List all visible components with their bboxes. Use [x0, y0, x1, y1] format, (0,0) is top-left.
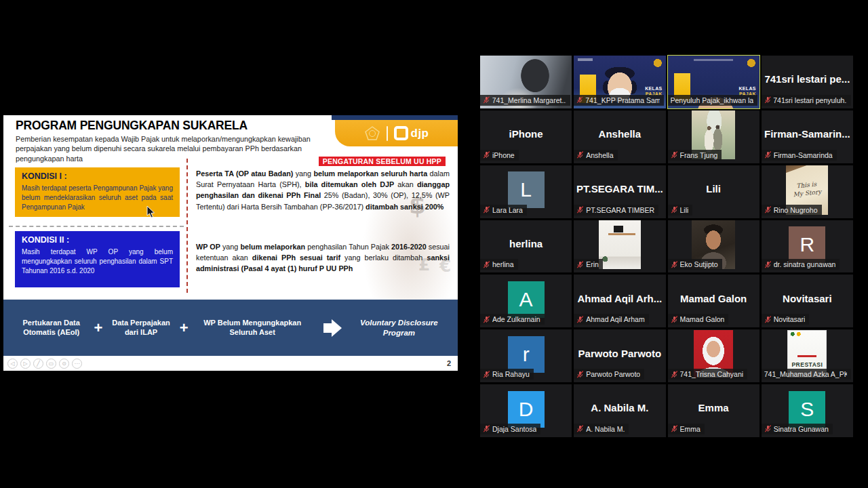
participant-name-label: PT.SEGARA TIMBER — [574, 205, 658, 216]
participant-name: A. Nabila M. — [586, 425, 625, 433]
mic-muted-icon — [483, 371, 490, 378]
participant-name-label: Djaja Santosa — [480, 424, 540, 434]
participant-name-label: Ade Zulkarnain — [480, 314, 545, 325]
participant-name-label: Sinatra Gunawan — [762, 424, 833, 434]
letter-avatar: S — [789, 391, 825, 428]
plus-icon: + — [177, 319, 191, 337]
participant-tile[interactable]: herlinaherlina — [480, 220, 572, 273]
participant-tile[interactable]: NovitasariNovitasari — [762, 274, 853, 327]
participant-tile[interactable]: LLara Lara — [480, 165, 572, 218]
more-options-icon[interactable]: ⋯ — [72, 359, 82, 369]
participant-name: Mamad Galon — [680, 315, 725, 323]
vertical-dashed-divider — [186, 159, 188, 293]
annotate-tool-icon[interactable]: ▭ — [46, 359, 56, 369]
participant-tile[interactable]: SSinatra Gunawan — [762, 384, 853, 437]
participant-name-label: 741sri lestari penyuluh... — [762, 95, 852, 106]
participant-tile[interactable]: Parwoto ParwotoParwoto Parwoto — [574, 329, 665, 382]
participant-center-name: A. Nabila M. — [576, 402, 663, 413]
participant-name: Sinatra Gunawan — [774, 425, 829, 433]
participant-name: Erin — [586, 260, 599, 268]
mic-muted-icon — [576, 206, 584, 214]
kondisi-2-body: Masih terdapat WP OP yang belum mengungk… — [22, 247, 173, 275]
participant-tile[interactable]: LiliLili — [668, 165, 760, 218]
participant-tile[interactable]: Rdr. sinatra gunawan — [762, 220, 853, 273]
letter-avatar: R — [789, 226, 825, 263]
participant-tile[interactable]: AnshellaAnshella — [574, 110, 665, 163]
flow-result: Voluntary Disclosure Program — [349, 318, 450, 338]
participant-tile[interactable]: KELASPAJAKPenyuluh Pajak_ikhwan lat... — [668, 56, 760, 108]
pen-tool-icon[interactable]: ╱ — [33, 359, 43, 369]
participant-name-label: 741_KPP Pratama Sam... — [574, 95, 664, 106]
participant-name-label: Rino Nugroho — [762, 205, 822, 216]
participant-grid: 741_Merlina Margaret...KELASPAJAK741_KPP… — [480, 56, 853, 437]
participant-name: Djaja Santosa — [492, 425, 536, 433]
participant-name-label: Eko Sutjipto — [668, 259, 722, 270]
mic-muted-icon — [764, 96, 772, 104]
participant-name-label: 741_Muhamad Azka A_PK... — [762, 369, 852, 380]
participant-name: herlina — [492, 260, 514, 268]
arrow-right-icon — [323, 319, 342, 337]
participant-tile[interactable]: Firman-Samarin...Firman-Samarinda — [762, 110, 853, 163]
participant-tile[interactable]: 741sri lestari pe...741sri lestari penyu… — [762, 56, 853, 108]
participant-name: Lili — [680, 206, 689, 214]
participant-tile[interactable]: 741_Trisna Cahyani — [668, 329, 760, 382]
participant-name: Parwoto Parwoto — [586, 370, 640, 378]
mic-muted-icon — [671, 206, 678, 214]
participant-tile[interactable]: rRia Rahayu — [480, 329, 572, 382]
prev-arrow-icon[interactable]: ◁ — [7, 359, 18, 369]
participant-tile[interactable]: Mamad GalonMamad Galon — [668, 274, 760, 327]
participant-tile[interactable]: This is My StoryRino Nugroho — [762, 165, 853, 218]
participant-tile[interactable]: KELASPAJAK741_KPP Pratama Sam... — [574, 56, 665, 108]
participant-tile[interactable]: A. Nabila M.A. Nabila M. — [574, 384, 665, 437]
participant-name-label: Ahmad Aqil Arham — [574, 314, 648, 325]
mic-muted-icon — [483, 206, 490, 214]
slide-subtitle: Pemberian kesempatan kepada Wajib Pajak … — [16, 134, 322, 163]
next-arrow-icon[interactable]: ▷ — [20, 359, 31, 369]
slide-footer: ◁▷╱▭⊙⋯ 2 — [3, 356, 458, 371]
participant-tile[interactable]: PT.SEGARA TIM...PT.SEGARA TIMBER — [574, 165, 665, 218]
participant-tile[interactable]: PRESTASI741_Muhamad Azka A_PK... — [762, 329, 853, 382]
djp-logo: djp — [394, 126, 429, 140]
paragraph-ta: Peserta TA (OP atau Badan) yang belum me… — [196, 168, 450, 212]
participant-name: 741_Merlina Margaret... — [492, 96, 566, 104]
letter-avatar: D — [508, 391, 545, 428]
participant-name-label: Penyuluh Pajak_ikhwan lat... — [668, 95, 758, 106]
participant-name: PT.SEGARA TIMBER — [586, 206, 654, 214]
regulation-badge: PENGATURAN SEBELUM UU HPP — [319, 157, 446, 166]
djp-logo-icon — [394, 126, 408, 140]
magnifier-icon[interactable]: ⊙ — [59, 359, 69, 369]
participant-center-name: Parwoto Parwoto — [576, 347, 663, 359]
presentation-controls: ◁▷╱▭⊙⋯ — [7, 359, 82, 369]
participant-name-label: Parwoto Parwoto — [574, 369, 644, 380]
participant-tile[interactable]: DDjaja Santosa — [480, 384, 572, 437]
kondisi-2-box: KONDISI II : Masih terdapat WP OP yang b… — [15, 231, 180, 287]
participant-center-name: Anshella — [576, 128, 663, 140]
mic-muted-icon — [483, 425, 490, 432]
participant-name-label: Lara Lara — [480, 205, 527, 216]
participant-name: 741_Muhamad Azka A_PK... — [764, 370, 848, 378]
letter-avatar: r — [508, 336, 545, 373]
participant-tile[interactable]: Eko Sutjipto — [668, 220, 760, 273]
participant-center-name: Emma — [670, 402, 757, 413]
participant-name-label: Novitasari — [762, 314, 810, 325]
mic-muted-icon — [764, 151, 772, 159]
participant-tile[interactable]: AAde Zulkarnain — [480, 274, 572, 327]
djp-ribbon: djp — [335, 120, 458, 146]
participant-tile[interactable]: Ahmad Aqil Arh...Ahmad Aqil Arham — [574, 274, 665, 327]
flow-item-aeoi: Pertukaran Data Otomatis (AEoI) — [12, 319, 91, 338]
mic-muted-icon — [764, 425, 772, 432]
participant-tile[interactable]: Erin — [574, 220, 665, 273]
participant-name: Rino Nugroho — [774, 206, 818, 214]
participant-tile[interactable]: EmmaEmma — [668, 384, 760, 437]
participant-name: Anshella — [586, 151, 613, 159]
participant-tile[interactable]: 741_Merlina Margaret... — [480, 56, 572, 108]
participant-center-name: Mamad Galon — [670, 292, 757, 304]
participant-tile[interactable]: iPhoneiPhone — [480, 110, 572, 163]
participant-name: 741_Trisna Cahyani — [680, 370, 744, 378]
participant-center-name: Firman-Samarin... — [764, 128, 851, 140]
participant-name: Ria Rahayu — [492, 370, 530, 378]
participant-tile[interactable]: Frans Tjung — [668, 110, 760, 163]
kemenkeu-pentagon-icon — [364, 125, 380, 142]
page-number: 2 — [447, 359, 451, 367]
participant-name-label: Lili — [668, 205, 693, 216]
